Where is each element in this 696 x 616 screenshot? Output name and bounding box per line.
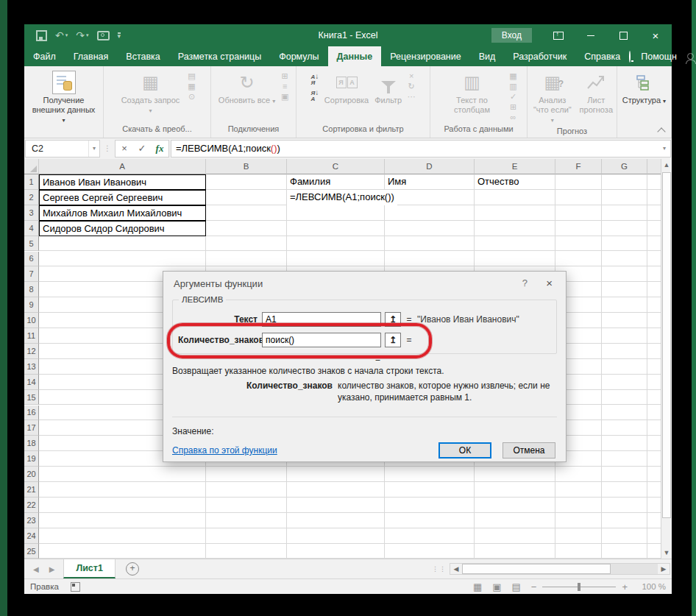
show-queries-icon[interactable]: ▤ — [186, 72, 198, 80]
confirm-entry-icon[interactable]: ✓ — [133, 143, 151, 154]
row-header-18[interactable]: 18 — [24, 436, 39, 451]
previous-sheet-icon[interactable]: ◀ — [33, 565, 39, 573]
column-header-f[interactable]: F — [555, 159, 602, 174]
ok-button[interactable]: ОК — [438, 442, 491, 459]
row-header-4[interactable]: 4 — [24, 221, 39, 236]
row-header-1[interactable]: 1 — [24, 174, 39, 190]
minimize-button[interactable] — [575, 24, 607, 46]
row-header-3[interactable]: 3 — [24, 205, 39, 221]
tab-home[interactable]: Главная — [65, 46, 118, 66]
save-icon[interactable] — [36, 30, 47, 41]
tab-formulas[interactable]: Формулы — [270, 46, 327, 66]
row-header-5[interactable]: 5 — [24, 236, 39, 252]
row-header-22[interactable]: 22 — [24, 498, 39, 513]
tab-data[interactable]: Данные — [328, 46, 382, 66]
ribbon-button-получение-внешних-данных[interactable]: Получение внешних данных ▾ — [30, 69, 98, 127]
normal-view-icon[interactable]: ▦ — [473, 581, 482, 592]
column-header-d[interactable]: D — [385, 159, 475, 174]
row-header-17[interactable]: 17 — [24, 420, 39, 436]
name-box-dropdown-icon[interactable]: ▾ — [88, 141, 99, 157]
row-header-6[interactable]: 6 — [24, 252, 39, 267]
tab-developer[interactable]: Разработчик — [504, 46, 575, 66]
collapse-ribbon-icon[interactable] — [656, 125, 667, 135]
cell-A2[interactable]: Сергеев Сергей Сергеевич — [39, 190, 206, 205]
cell-C2[interactable]: =ЛЕВСИМВ(A1;поиск()) — [287, 190, 397, 205]
name-box[interactable]: C2 ▾ — [25, 140, 100, 157]
relationships-icon[interactable]: ∞ — [508, 113, 519, 121]
scroll-down-icon[interactable]: ▼ — [661, 547, 672, 559]
zoom-slider[interactable] — [542, 587, 616, 587]
tab-view[interactable]: Вид — [470, 46, 505, 66]
tab-help[interactable]: Справка — [575, 46, 629, 66]
row-header-21[interactable]: 21 — [24, 482, 39, 498]
cell-C1[interactable]: Фамилия — [287, 174, 385, 190]
row-header-25[interactable]: 25 — [24, 544, 39, 559]
new-sheet-icon[interactable]: + — [126, 562, 139, 576]
connections-icon[interactable]: ⊞ — [279, 72, 291, 80]
next-sheet-icon[interactable]: ▶ — [49, 565, 55, 573]
row-header-24[interactable]: 24 — [24, 528, 39, 544]
row-header-14[interactable]: 14 — [24, 375, 39, 390]
column-header-g[interactable]: G — [602, 159, 647, 174]
vertical-scrollbar[interactable]: ▲ ▼ — [661, 159, 672, 559]
zoom-in-icon[interactable]: + — [622, 581, 628, 592]
close-button[interactable]: × — [639, 24, 672, 46]
text-argument-input[interactable]: A1 — [262, 312, 381, 327]
expand-formula-bar-icon[interactable]: ▾ — [663, 145, 670, 152]
edit-links-icon[interactable]: ▣ — [279, 93, 291, 101]
text-range-picker-icon[interactable]: ↥ — [385, 312, 401, 327]
zoom-out-icon[interactable]: − — [531, 581, 537, 592]
row-header-9[interactable]: 9 — [24, 297, 39, 313]
cell-A3[interactable]: Михайлов Михаил Михайлович — [39, 205, 206, 221]
column-header-c[interactable]: C — [287, 159, 385, 174]
cell-A4[interactable]: Сидоров Сидор Сидорович — [39, 221, 206, 236]
share-button[interactable]: Поделиться — [687, 52, 696, 62]
tab-page-layout[interactable]: Разметка страницы — [169, 46, 270, 66]
insert-function-icon[interactable]: fx — [151, 143, 168, 155]
column-header-e[interactable]: E — [475, 159, 555, 174]
row-header-2[interactable]: 2 — [24, 190, 39, 205]
maximize-button[interactable] — [607, 24, 639, 46]
row-header-19[interactable]: 19 — [24, 451, 39, 467]
row-header-13[interactable]: 13 — [24, 359, 39, 375]
consolidate-icon[interactable]: ⊞ — [508, 103, 519, 111]
sign-in-button[interactable]: Вход — [491, 28, 532, 43]
customize-quick-access-icon[interactable]: ▾ — [118, 32, 121, 38]
zoom-slider-thumb[interactable] — [578, 583, 580, 591]
ribbon-button-структура[interactable]: Структура ▾ — [620, 69, 668, 107]
scroll-up-icon[interactable]: ▲ — [661, 159, 672, 171]
zoom-level[interactable]: 100 % — [638, 582, 666, 591]
cancel-button[interactable]: Отмена — [503, 442, 555, 459]
remove-duplicates-icon[interactable]: ▥ — [508, 82, 519, 91]
scroll-right-icon[interactable]: ▶ — [658, 564, 670, 574]
dialog-help-icon[interactable]: ? — [522, 277, 528, 288]
redo-icon[interactable]: ↷▾ — [76, 30, 88, 40]
row-header-15[interactable]: 15 — [24, 390, 39, 406]
recent-sources-icon[interactable]: ⊙ — [186, 93, 198, 101]
tab-review[interactable]: Рецензирование — [381, 46, 470, 66]
row-header-10[interactable]: 10 — [24, 313, 39, 328]
horizontal-scrollbar[interactable]: ◀ ▶ — [450, 563, 670, 575]
undo-icon[interactable]: ↶▾ — [55, 30, 68, 40]
row-header-8[interactable]: 8 — [24, 282, 39, 297]
properties-icon[interactable]: ≡ — [279, 82, 291, 91]
tab-insert[interactable]: Вставка — [117, 46, 168, 66]
scroll-left-icon[interactable]: ◀ — [450, 564, 462, 574]
function-help-link[interactable]: Справка по этой функции — [172, 445, 277, 456]
sort-desc-icon[interactable]: ЯА↓ — [309, 88, 321, 102]
row-header-12[interactable]: 12 — [24, 344, 39, 359]
numchars-range-picker-icon[interactable]: ↥ — [385, 333, 401, 347]
tell-me-bulb-icon[interactable] — [629, 52, 631, 62]
data-validation-icon[interactable]: ✓ — [508, 93, 519, 101]
sheet-tab-list1[interactable]: Лист1 — [63, 559, 115, 578]
cell-D1[interactable]: Имя — [385, 174, 475, 190]
reapply-filter-icon[interactable]: ↻ — [405, 82, 417, 91]
vertical-scroll-thumb[interactable] — [662, 172, 671, 518]
camera-icon[interactable] — [97, 31, 110, 40]
numchars-argument-input[interactable]: поиск() — [262, 333, 381, 347]
row-header-20[interactable]: 20 — [24, 467, 39, 482]
row-header-7[interactable]: 7 — [24, 266, 39, 282]
cell-A1[interactable]: Иванов Иван Иванович — [39, 174, 206, 190]
column-header-b[interactable]: B — [206, 159, 287, 174]
sort-asc-icon[interactable]: АЯ↓ — [309, 72, 321, 86]
